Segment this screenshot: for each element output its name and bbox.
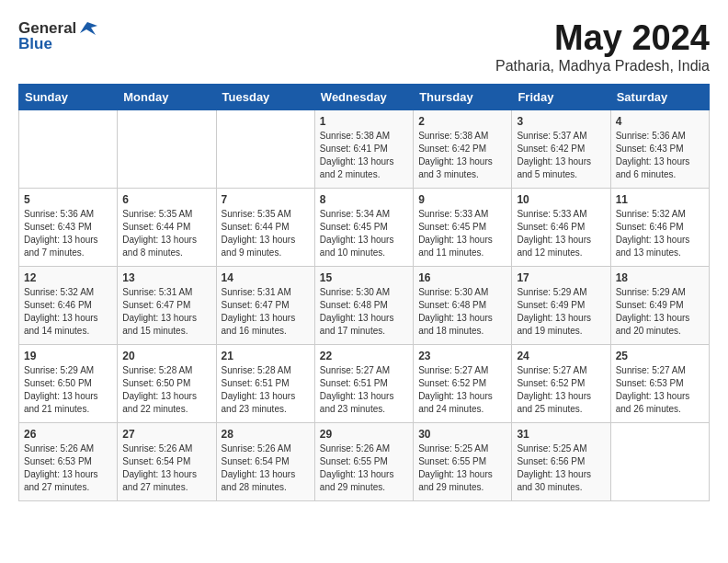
cell-info: Daylight: 13 hours — [122, 234, 210, 247]
cell-info: and 7 minutes. — [24, 247, 112, 259]
calendar-cell: 24Sunrise: 5:27 AMSunset: 6:52 PMDayligh… — [512, 345, 610, 423]
cell-info: Daylight: 13 hours — [418, 312, 506, 325]
col-header-sunday: Sunday — [19, 85, 118, 110]
day-number: 21 — [222, 350, 310, 362]
cell-info: and 27 minutes. — [122, 481, 210, 494]
calendar-cell: 17Sunrise: 5:29 AMSunset: 6:49 PMDayligh… — [512, 267, 610, 345]
day-number: 11 — [616, 193, 704, 206]
calendar-cell: 28Sunrise: 5:26 AMSunset: 6:54 PMDayligh… — [216, 423, 314, 501]
week-row-2: 5Sunrise: 5:36 AMSunset: 6:43 PMDaylight… — [19, 189, 710, 267]
day-number: 31 — [517, 428, 605, 441]
cell-info: Daylight: 13 hours — [24, 390, 112, 403]
cell-info: and 24 minutes. — [418, 403, 506, 416]
cell-info: Daylight: 13 hours — [418, 155, 506, 168]
cell-info: and 28 minutes. — [222, 481, 310, 494]
cell-info: Daylight: 13 hours — [222, 468, 310, 481]
calendar-cell: 6Sunrise: 5:35 AMSunset: 6:44 PMDaylight… — [118, 189, 216, 267]
cell-info: Sunset: 6:45 PM — [320, 221, 408, 234]
cell-info: Sunset: 6:44 PM — [222, 221, 310, 234]
calendar-cell: 3Sunrise: 5:37 AMSunset: 6:42 PMDaylight… — [512, 110, 610, 189]
calendar-cell: 1Sunrise: 5:38 AMSunset: 6:41 PMDaylight… — [314, 110, 413, 189]
cell-info: Sunrise: 5:30 AM — [418, 286, 506, 299]
calendar-cell: 29Sunrise: 5:26 AMSunset: 6:55 PMDayligh… — [314, 423, 413, 501]
day-number: 1 — [320, 115, 408, 128]
cell-info: Sunset: 6:56 PM — [517, 455, 605, 468]
calendar-cell: 12Sunrise: 5:32 AMSunset: 6:46 PMDayligh… — [19, 267, 118, 345]
cell-info: Sunset: 6:51 PM — [222, 377, 310, 390]
cell-info: and 8 minutes. — [122, 247, 210, 259]
calendar-cell: 20Sunrise: 5:28 AMSunset: 6:50 PMDayligh… — [118, 345, 216, 423]
cell-info: Sunset: 6:43 PM — [616, 143, 704, 155]
cell-info: Sunrise: 5:25 AM — [418, 442, 506, 455]
cell-info: Sunrise: 5:26 AM — [122, 442, 210, 455]
cell-info: Daylight: 13 hours — [222, 390, 310, 403]
cell-info: Daylight: 13 hours — [320, 234, 408, 247]
logo: General Blue — [18, 18, 97, 53]
calendar-cell: 5Sunrise: 5:36 AMSunset: 6:43 PMDaylight… — [19, 189, 118, 267]
day-number: 8 — [320, 193, 408, 206]
cell-info: Sunrise: 5:27 AM — [320, 364, 408, 377]
calendar-cell: 25Sunrise: 5:27 AMSunset: 6:53 PMDayligh… — [610, 345, 709, 423]
cell-info: Daylight: 13 hours — [616, 234, 704, 247]
day-number: 4 — [616, 115, 704, 128]
cell-info: Sunset: 6:49 PM — [517, 299, 605, 312]
cell-info: Daylight: 13 hours — [24, 234, 112, 247]
header: General Blue May 2024 Patharia, Madhya P… — [18, 18, 710, 75]
calendar-cell: 30Sunrise: 5:25 AMSunset: 6:55 PMDayligh… — [414, 423, 512, 501]
cell-info: Sunset: 6:48 PM — [320, 299, 408, 312]
day-number: 15 — [320, 271, 408, 284]
cell-info: Daylight: 13 hours — [122, 468, 210, 481]
day-number: 18 — [616, 271, 704, 284]
cell-info: Sunrise: 5:29 AM — [24, 364, 112, 377]
cell-info: Daylight: 13 hours — [320, 468, 408, 481]
week-row-5: 26Sunrise: 5:26 AMSunset: 6:53 PMDayligh… — [19, 423, 710, 501]
cell-info: and 14 minutes. — [24, 325, 112, 338]
svg-marker-0 — [80, 22, 97, 35]
cell-info: Daylight: 13 hours — [320, 312, 408, 325]
cell-info: Sunrise: 5:36 AM — [24, 208, 112, 221]
cell-info: Daylight: 13 hours — [24, 468, 112, 481]
cell-info: Daylight: 13 hours — [517, 468, 605, 481]
cell-info: Sunset: 6:48 PM — [418, 299, 506, 312]
col-header-thursday: Thursday — [414, 85, 512, 110]
cell-info: Sunrise: 5:33 AM — [418, 208, 506, 221]
cell-info: and 26 minutes. — [616, 403, 704, 416]
cell-info: Sunrise: 5:32 AM — [24, 286, 112, 299]
calendar-cell — [118, 110, 216, 189]
cell-info: and 2 minutes. — [320, 168, 408, 181]
cell-info: and 9 minutes. — [222, 247, 310, 259]
cell-info: and 23 minutes. — [222, 403, 310, 416]
calendar-cell: 8Sunrise: 5:34 AMSunset: 6:45 PMDaylight… — [314, 189, 413, 267]
cell-info: Sunset: 6:51 PM — [320, 377, 408, 390]
day-number: 24 — [517, 350, 605, 362]
day-number: 10 — [517, 193, 605, 206]
cell-info: and 27 minutes. — [24, 481, 112, 494]
calendar-cell: 19Sunrise: 5:29 AMSunset: 6:50 PMDayligh… — [19, 345, 118, 423]
cell-info: Daylight: 13 hours — [320, 390, 408, 403]
cell-info: Sunset: 6:42 PM — [418, 143, 506, 155]
cell-info: Daylight: 13 hours — [222, 312, 310, 325]
cell-info: and 13 minutes. — [616, 247, 704, 259]
week-row-3: 12Sunrise: 5:32 AMSunset: 6:46 PMDayligh… — [19, 267, 710, 345]
cell-info: and 3 minutes. — [418, 168, 506, 181]
cell-info: Sunrise: 5:26 AM — [320, 442, 408, 455]
cell-info: and 19 minutes. — [517, 325, 605, 338]
logo-bird-icon — [77, 18, 97, 39]
calendar-cell: 13Sunrise: 5:31 AMSunset: 6:47 PMDayligh… — [118, 267, 216, 345]
cell-info: Sunrise: 5:37 AM — [517, 130, 605, 143]
calendar-cell: 4Sunrise: 5:36 AMSunset: 6:43 PMDaylight… — [610, 110, 709, 189]
cell-info: Daylight: 13 hours — [122, 312, 210, 325]
calendar-cell: 14Sunrise: 5:31 AMSunset: 6:47 PMDayligh… — [216, 267, 314, 345]
cell-info: and 17 minutes. — [320, 325, 408, 338]
day-number: 30 — [418, 428, 506, 441]
calendar-table: SundayMondayTuesdayWednesdayThursdayFrid… — [18, 84, 710, 501]
day-number: 26 — [24, 428, 112, 441]
cell-info: Sunrise: 5:26 AM — [24, 442, 112, 455]
calendar-cell: 11Sunrise: 5:32 AMSunset: 6:46 PMDayligh… — [610, 189, 709, 267]
cell-info: Daylight: 13 hours — [517, 390, 605, 403]
day-number: 12 — [24, 271, 112, 284]
cell-info: Daylight: 13 hours — [616, 312, 704, 325]
cell-info: and 16 minutes. — [222, 325, 310, 338]
day-number: 5 — [24, 193, 112, 206]
cell-info: Sunrise: 5:31 AM — [222, 286, 310, 299]
